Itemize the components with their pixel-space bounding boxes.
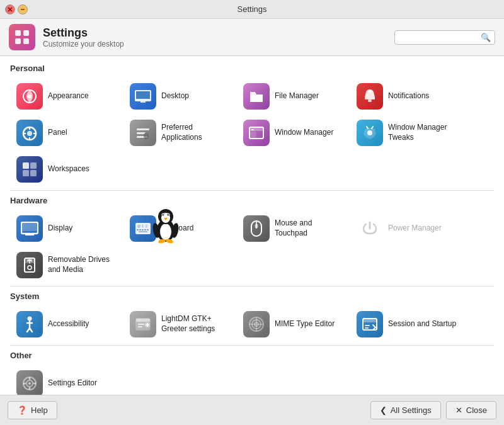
svg-rect-21 <box>137 128 149 130</box>
svg-rect-31 <box>23 162 29 169</box>
item-session[interactable]: Session and Startup <box>350 306 464 343</box>
session-svg <box>362 316 378 332</box>
svg-point-30 <box>367 130 372 135</box>
item-notifications[interactable]: Notifications <box>350 78 464 115</box>
svg-point-16 <box>27 131 32 136</box>
svg-point-61 <box>158 239 166 244</box>
svg-rect-36 <box>23 224 37 231</box>
svg-rect-10 <box>136 91 150 99</box>
notifications-label: Notifications <box>388 91 429 101</box>
lightdm-svg <box>135 316 151 332</box>
settings-editor-label: Settings Editor <box>48 378 97 388</box>
svg-rect-33 <box>23 170 29 176</box>
svg-rect-72 <box>136 319 150 322</box>
personal-items-grid: Appearance Desktop File Manager <box>10 78 494 188</box>
mouse-label: Mouse and Touchpad <box>275 218 344 238</box>
item-workspaces[interactable]: Workspaces <box>10 151 123 188</box>
power-label: Power Manager <box>388 224 442 234</box>
system-items-grid: Accessibility LightDM GTK+ Greeter setti… <box>10 306 494 343</box>
power-svg <box>361 220 379 237</box>
item-lightdm[interactable]: LightDM GTK+ Greeter settings <box>123 306 237 343</box>
svg-rect-86 <box>365 327 369 329</box>
titlebar-buttons <box>5 4 28 14</box>
other-items-grid: Settings Editor <box>10 365 494 395</box>
search-box[interactable]: 🔍 <box>394 30 495 45</box>
svg-rect-48 <box>139 231 147 232</box>
minimize-window-button[interactable] <box>18 4 28 14</box>
close-button[interactable]: ✕ Close <box>446 401 496 419</box>
keyboard-svg: @ 1 2 <box>135 222 151 235</box>
filemanager-icon <box>243 83 270 110</box>
item-appearance[interactable]: Appearance <box>10 78 123 115</box>
filemanager-svg <box>248 88 265 105</box>
svg-text:2: 2 <box>146 224 147 228</box>
hardware-items-grid: Display @ 1 2 Keyboard <box>10 210 494 283</box>
desktop-label: Desktop <box>161 91 189 101</box>
item-settings-editor[interactable]: Settings Editor <box>10 365 123 395</box>
mime-svg <box>248 316 265 332</box>
appearance-icon <box>16 83 43 110</box>
item-keyboard[interactable]: @ 1 2 Keyboard <box>123 210 237 247</box>
mouse-svg <box>249 220 263 237</box>
app-header: Settings Customize your desktop 🔍 <box>0 19 504 56</box>
svg-point-54 <box>167 213 170 217</box>
item-window-manager[interactable]: Window Manager <box>237 115 350 151</box>
power-icon <box>357 215 383 242</box>
svg-rect-43 <box>137 229 139 230</box>
removable-svg <box>21 257 38 273</box>
keyboard-label: Keyboard <box>161 224 193 234</box>
item-preferred-apps[interactable]: Preferred Applications <box>123 115 237 151</box>
separator-system <box>10 286 494 286</box>
item-display[interactable]: Display <box>10 210 123 247</box>
wmtweaks-icon <box>357 120 383 146</box>
close-window-button[interactable] <box>5 4 15 14</box>
item-removable[interactable]: Removable Drives and Media <box>10 247 123 283</box>
svg-point-14 <box>369 90 371 93</box>
svg-rect-5 <box>15 38 21 44</box>
mime-label: MIME Type Editor <box>275 319 335 329</box>
item-wm-tweaks[interactable]: Window Manager Tweaks <box>350 115 464 151</box>
settings-logo-icon <box>13 28 31 46</box>
svg-rect-34 <box>30 170 37 176</box>
lightdm-icon <box>130 311 156 337</box>
windowmanager-icon <box>243 120 270 146</box>
accessibility-icon <box>16 311 43 337</box>
svg-point-62 <box>165 239 173 244</box>
svg-rect-47 <box>147 229 149 230</box>
help-button[interactable]: ❓ Help <box>8 401 57 419</box>
item-panel[interactable]: Panel <box>10 115 123 151</box>
svg-rect-29 <box>249 132 256 139</box>
item-accessibility[interactable]: Accessibility <box>10 306 123 343</box>
item-desktop[interactable]: Desktop <box>123 78 237 115</box>
lightdm-label: LightDM GTK+ Greeter settings <box>161 314 231 334</box>
help-icon: ❓ <box>17 405 27 415</box>
svg-rect-4 <box>23 30 29 36</box>
panel-svg <box>21 125 38 141</box>
panel-label: Panel <box>48 128 67 138</box>
windowmanager-svg <box>248 125 265 141</box>
app-header-icon <box>9 24 35 50</box>
mouse-icon <box>243 215 270 242</box>
settings-editor-icon <box>16 370 43 395</box>
appearance-svg <box>21 88 38 105</box>
window-title: Settings <box>238 4 267 14</box>
item-mouse[interactable]: Mouse and Touchpad <box>237 210 350 247</box>
file-manager-label: File Manager <box>275 91 319 101</box>
main-content: Personal Appearance Desktop <box>0 56 504 395</box>
desktop-svg <box>134 89 152 103</box>
search-input[interactable] <box>399 33 481 42</box>
workspaces-icon <box>16 156 43 183</box>
accessibility-label: Accessibility <box>48 319 89 329</box>
preferred-apps-label: Preferred Applications <box>161 123 231 142</box>
section-hardware-title: Hardware <box>10 196 494 205</box>
separator-hardware <box>10 190 494 191</box>
item-mime[interactable]: MIME Type Editor <box>237 306 350 343</box>
item-file-manager[interactable]: File Manager <box>237 78 350 115</box>
item-power[interactable]: Power Manager <box>350 210 464 247</box>
notifications-svg <box>362 88 377 105</box>
workspaces-svg <box>21 161 38 178</box>
svg-rect-85 <box>365 325 370 326</box>
all-settings-button[interactable]: ❮ All Settings <box>370 401 441 419</box>
svg-rect-12 <box>250 94 263 102</box>
close-icon: ✕ <box>455 405 462 415</box>
